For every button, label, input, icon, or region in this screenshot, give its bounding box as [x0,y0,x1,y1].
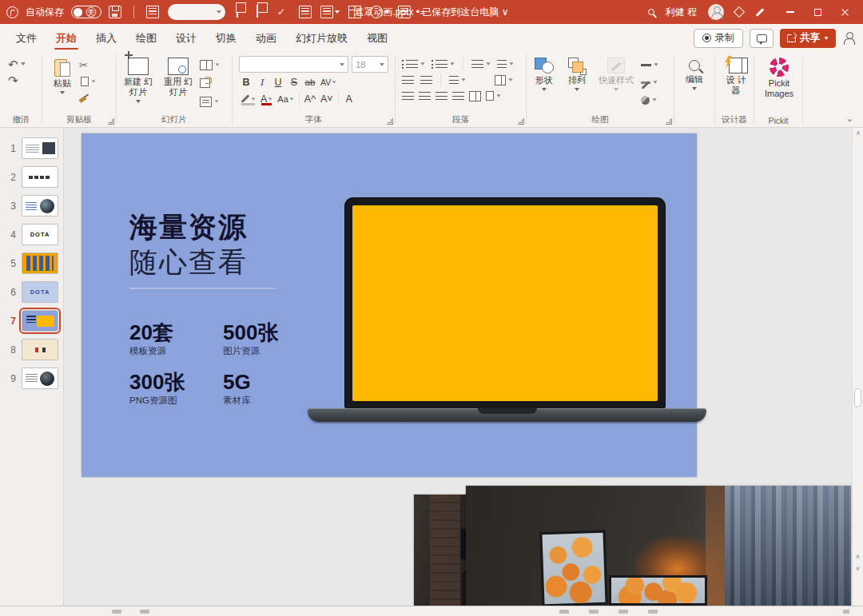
slide-thumbnail-item-8[interactable]: 8 [0,339,63,360]
slide-thumbnail[interactable] [22,339,58,360]
increase-indent-button[interactable] [420,74,432,86]
user-name[interactable]: 利健 程 [666,6,697,19]
ribbon-tab-视图[interactable]: 视图 [357,24,397,52]
slide-thumbnail-item-2[interactable]: 2 [0,166,63,188]
format-painter-icon[interactable]: ✓ [277,6,290,18]
shape-fill-button[interactable] [641,58,658,71]
previous-slide-icon[interactable]: ∧ [856,553,861,560]
slide-thumbnail-item-1[interactable]: 1 [0,137,63,159]
highlight-button[interactable] [239,92,257,106]
slide-thumbnail[interactable] [22,252,58,274]
text-direction-button[interactable] [495,74,513,86]
arrange-button[interactable]: 排列 [563,56,591,106]
stats-textbox[interactable]: 20套 模板资源 500张 图片资源 300张 PNG资源图 5G 素材库 [129,321,316,407]
slide-thumbnail-item-4[interactable]: 4 DOTA [0,224,63,245]
designer-button[interactable]: 设 计器 [718,56,754,96]
bullets-icon[interactable] [320,6,333,18]
ribbon-tab-插入[interactable]: 插入 [86,24,126,52]
view-normal-stub[interactable] [559,610,569,614]
copy-icon[interactable] [257,5,258,18]
align-center-button[interactable] [419,89,431,102]
numbering-button[interactable] [432,58,455,70]
reset-slide-button[interactable] [200,77,220,89]
layout-icon[interactable] [299,6,312,18]
duplicate-slide-icon[interactable] [237,5,238,18]
ribbon-tab-文件[interactable]: 文件 [6,24,46,52]
paste-button[interactable]: 粘贴 [46,56,79,105]
slide-title-textbox[interactable]: 海量资源 随心查看 [129,209,248,280]
laptop-image[interactable] [345,198,665,409]
view-sorter-stub[interactable] [589,610,599,614]
slide-thumbnail-item-3[interactable]: 3 [0,195,63,217]
feedback-pen-icon[interactable] [754,6,766,18]
format-painter-button[interactable] [79,92,96,105]
ribbon-tab-绘图[interactable]: 绘图 [126,24,166,52]
pickit-images-button[interactable]: Pickit Images [758,56,801,99]
shrink-font-button[interactable]: A˅ [319,92,335,106]
cut-button[interactable]: ✂ [79,58,96,71]
section-button[interactable] [200,95,220,108]
editing-button[interactable]: 编辑 [678,56,711,90]
search-icon[interactable] [648,9,654,15]
font-dialog-launcher[interactable] [387,118,393,125]
slide-thumbnail[interactable] [22,166,58,188]
photo-monitors-autumn[interactable] [466,486,851,606]
distribute-button[interactable] [469,89,481,102]
slide-thumbnail-item-7[interactable]: 7 [0,310,63,332]
ribbon-tab-动画[interactable]: 动画 [246,24,286,52]
ribbon-tab-切换[interactable]: 切换 [206,24,246,52]
document-title[interactable]: 遮罩动画.pptx • 已保存到这台电脑 [354,6,499,18]
strikethrough-button[interactable]: ab [303,75,317,89]
slide-thumbnail-item-9[interactable]: 9 [0,368,63,389]
comments-button[interactable] [750,29,774,48]
shape-effects-button[interactable] [641,93,658,106]
zoom-fit-stub[interactable] [843,610,849,614]
user-avatar[interactable] [708,4,724,20]
laptop-base[interactable] [308,408,706,422]
scrollbar-thumb[interactable] [854,388,861,407]
collapse-ribbon-icon[interactable]: ⌄ [846,113,853,124]
share-button[interactable]: 共享 [780,29,836,48]
slide-thumbnail[interactable]: DOTA [22,281,58,303]
slide-7-canvas[interactable]: 海量资源 随心查看 20套 模板资源 500张 图片资源 300张 PNG资源图… [82,133,697,477]
bold-button[interactable]: B [239,75,253,89]
title-chevron-icon[interactable]: ∨ [502,6,509,18]
italic-button[interactable]: I [255,75,269,89]
list-level-button[interactable] [471,58,491,70]
slide-thumbnail-item-6[interactable]: 6 DOTA [0,281,63,303]
save-icon[interactable] [109,6,121,18]
maximize-button[interactable] [804,1,831,23]
close-button[interactable] [831,1,858,23]
view-reading-stub[interactable] [618,610,628,614]
shapes-button[interactable]: 形状 [530,56,559,106]
vertical-scrollbar[interactable]: ∧ ∧ ∨ [852,128,863,606]
editing-canvas[interactable]: 海量资源 随心查看 20套 模板资源 500张 图片资源 300张 PNG资源图… [64,128,863,606]
decrease-indent-button[interactable] [402,74,414,86]
smartart-convert-button[interactable] [486,89,501,102]
columns-button[interactable] [449,74,466,86]
font-color-button[interactable]: A [259,92,274,106]
underline-button[interactable]: U [271,75,285,89]
shape-outline-button[interactable] [641,76,658,89]
slide-view-icon[interactable] [146,6,159,18]
minimize-button[interactable] [777,1,804,23]
undo-button[interactable]: ↶ [8,58,34,70]
slide-layout-button[interactable] [200,58,220,71]
new-slide-button[interactable]: 新建 幻灯片 [120,56,157,108]
line-spacing-button[interactable] [497,58,514,70]
slide-thumbnail-item-5[interactable]: 5 [0,252,63,274]
slide-thumbnail[interactable] [22,368,58,389]
justify-button[interactable] [452,89,464,102]
ribbon-tab-幻灯片放映[interactable]: 幻灯片放映 [286,24,357,52]
quick-styles-button[interactable]: 快速样式 [595,56,637,106]
slide-thumbnail[interactable] [22,195,58,217]
status-stub[interactable] [140,610,149,614]
record-button[interactable]: 录制 [694,29,743,48]
clipboard-dialog-launcher[interactable] [108,118,114,125]
ribbon-tab-开始[interactable]: 开始 [46,24,86,52]
clear-formatting-button[interactable]: A [342,92,356,106]
status-notes-stub[interactable] [112,610,121,614]
redo-button[interactable]: ↷ [8,74,34,86]
ribbon-tab-设计[interactable]: 设计 [166,24,206,52]
drawing-dialog-launcher[interactable] [666,118,672,125]
